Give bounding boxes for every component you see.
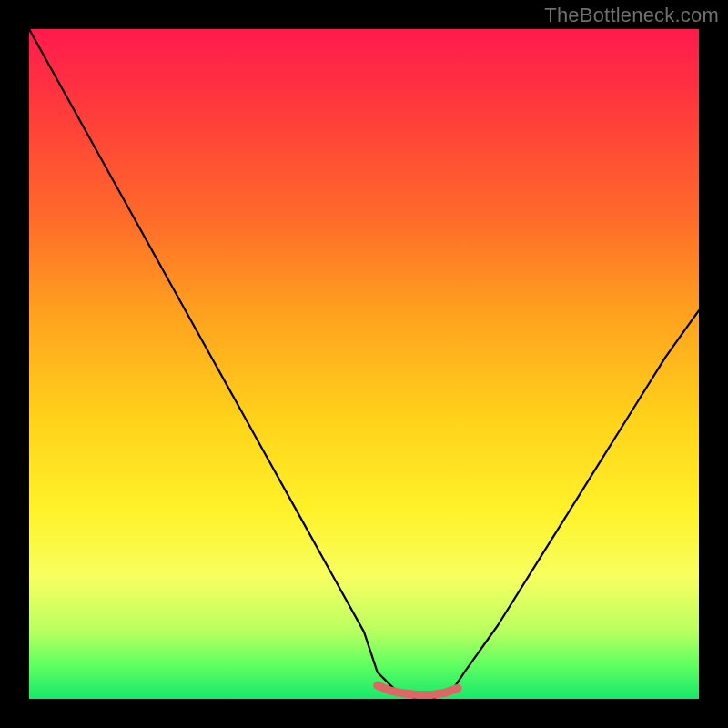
- bottleneck-curve: [29, 29, 699, 699]
- chart-frame: TheBottleneck.com: [0, 0, 728, 728]
- watermark-text: TheBottleneck.com: [544, 4, 719, 27]
- chart-plot: [29, 29, 699, 699]
- flat-bottom-highlight: [378, 685, 458, 694]
